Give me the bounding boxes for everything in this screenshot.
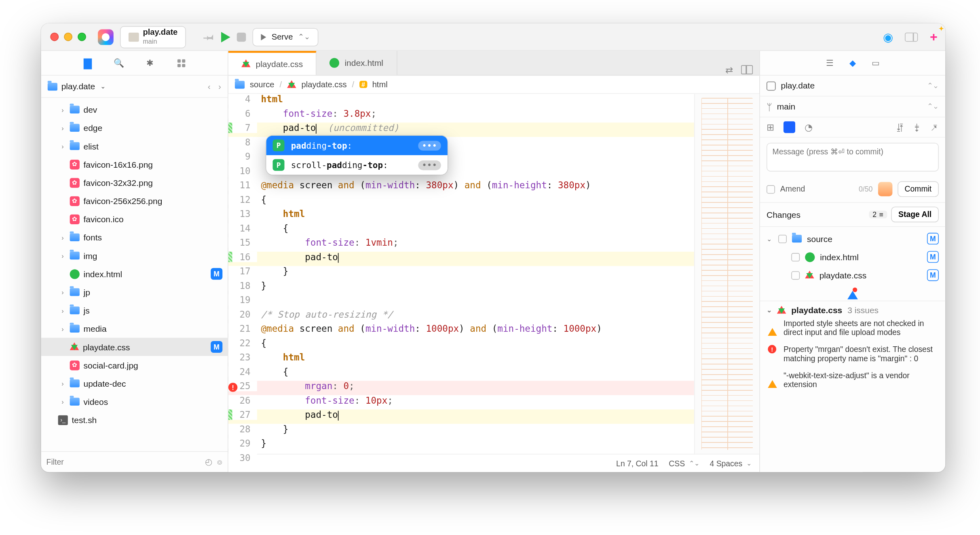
- bookmark-tab-icon[interactable]: ✱: [144, 57, 156, 69]
- code-line[interactable]: 28 }: [228, 424, 694, 438]
- filter-settings-icon[interactable]: ⌾: [217, 457, 222, 467]
- code-line[interactable]: 16 pad-to: [228, 252, 694, 266]
- editor-breadcrumb[interactable]: source / playdate.css / # html: [228, 76, 759, 94]
- file-tree[interactable]: ›dev›edge›elist✿favicon-16x16.png✿favico…: [41, 98, 228, 451]
- code-line[interactable]: 13 html: [228, 209, 694, 223]
- maximize-window-button[interactable]: [78, 33, 86, 41]
- fetch-icon[interactable]: ⭽: [912, 122, 922, 133]
- project-header[interactable]: play.date ⌄ ‹ ›: [41, 76, 228, 98]
- file-tree-item[interactable]: ›update-dec: [41, 374, 228, 392]
- stopwatch-icon[interactable]: ◔: [805, 122, 812, 133]
- graph-icon[interactable]: ⊞: [767, 122, 774, 133]
- autocomplete-item[interactable]: Ppadding-top:•••: [266, 136, 448, 155]
- file-tree-item[interactable]: ✿favicon.ico: [41, 210, 228, 228]
- code-line[interactable]: 6 font-size: 3.8px;: [228, 108, 694, 122]
- vcs-icon[interactable]: ◆: [849, 58, 856, 68]
- file-tree-item[interactable]: ✿social-card.jpg: [41, 356, 228, 374]
- file-tree-item[interactable]: ›fonts: [41, 228, 228, 246]
- code-line[interactable]: 30: [228, 453, 694, 467]
- stage-checkbox[interactable]: [778, 234, 787, 243]
- code-line[interactable]: 23 html: [228, 352, 694, 366]
- code-line[interactable]: 19: [228, 295, 694, 309]
- change-row[interactable]: ⌄sourceM: [760, 230, 945, 248]
- editor-tab[interactable]: playdate.css: [228, 51, 317, 75]
- terminal-icon[interactable]: ▭: [872, 58, 879, 68]
- code-line[interactable]: 27 pad-to: [228, 409, 694, 423]
- run-config-select[interactable]: Serve ⌃⌄: [253, 28, 318, 46]
- file-tree-item[interactable]: ›videos: [41, 392, 228, 411]
- change-row[interactable]: playdate.cssM: [760, 266, 945, 284]
- issue-row[interactable]: "-webkit-text-size-adjust" is a vendor e…: [767, 367, 939, 393]
- file-tree-item[interactable]: ›js: [41, 301, 228, 319]
- stage-all-button[interactable]: Stage All: [891, 207, 939, 223]
- code-area[interactable]: 4html6 font-size: 3.8px;7 pad-to (uncomm…: [228, 94, 694, 454]
- file-tree-item[interactable]: ›img: [41, 246, 228, 265]
- history-icon[interactable]: ◴: [205, 457, 212, 467]
- amend-checkbox[interactable]: [767, 185, 775, 193]
- code-line[interactable]: 29}: [228, 438, 694, 452]
- code-line[interactable]: 24 {: [228, 366, 694, 381]
- diff-icon[interactable]: ⇄: [725, 65, 733, 75]
- nav-fwd-icon[interactable]: ›: [218, 82, 221, 91]
- code-line[interactable]: 20/* Stop auto-resizing */: [228, 309, 694, 323]
- nav-back-icon[interactable]: ‹: [208, 82, 211, 91]
- code-line[interactable]: 17 }: [228, 266, 694, 280]
- code-line[interactable]: 12{: [228, 194, 694, 209]
- code-line[interactable]: 21@media screen and (min-width: 1000px) …: [228, 323, 694, 337]
- editor-tab[interactable]: index.html: [317, 51, 397, 75]
- indent-select[interactable]: 4 Spaces⌄: [710, 459, 752, 468]
- file-tree-item[interactable]: playdate.cssM: [41, 338, 228, 356]
- autocomplete-popup[interactable]: Ppadding-top:•••Pscroll-padding-top:•••: [266, 136, 448, 175]
- titlebar-project-crumb[interactable]: play.date main: [120, 26, 186, 48]
- stop-button[interactable]: [237, 32, 246, 42]
- file-tree-item[interactable]: ›_test.sh: [41, 411, 228, 429]
- code-line[interactable]: 18}: [228, 280, 694, 295]
- file-tree-item[interactable]: ✿favicon-256x256.png: [41, 192, 228, 210]
- change-row[interactable]: index.htmlM: [760, 248, 945, 266]
- repo-select[interactable]: play.date ⌃⌄: [760, 76, 945, 97]
- preview-icon[interactable]: ◉: [883, 29, 893, 44]
- run-button[interactable]: [221, 32, 230, 42]
- code-line[interactable]: 11@media screen and (min-width: 380px) a…: [228, 180, 694, 194]
- close-window-button[interactable]: [50, 33, 59, 41]
- push-icon[interactable]: ⭷: [929, 122, 939, 133]
- minimize-window-button[interactable]: [64, 33, 72, 41]
- issue-row[interactable]: Imported style sheets are not checked in…: [767, 315, 939, 341]
- file-tree-item[interactable]: ›media: [41, 320, 228, 338]
- code-line[interactable]: 22{: [228, 338, 694, 352]
- file-tree-item[interactable]: ›elist: [41, 137, 228, 155]
- code-line[interactable]: 4html: [228, 94, 694, 108]
- stage-checkbox[interactable]: [791, 253, 800, 261]
- pin-icon[interactable]: [202, 29, 217, 44]
- code-line[interactable]: !25 mrgan: 0;: [228, 381, 694, 395]
- stage-icon[interactable]: [784, 121, 795, 133]
- project-tab-icon[interactable]: ▇: [82, 57, 93, 69]
- file-tree-item[interactable]: ›jp: [41, 283, 228, 301]
- code-line[interactable]: 26 font-size: 10px;: [228, 395, 694, 409]
- code-line[interactable]: 7 pad-to (uncommitted): [228, 122, 694, 137]
- issue-row[interactable]: !Property "mrgan" doesn't exist. The clo…: [767, 341, 939, 367]
- minimap[interactable]: [694, 94, 759, 454]
- stage-checkbox[interactable]: [791, 271, 800, 279]
- autocomplete-item[interactable]: Pscroll-padding-top:•••: [266, 155, 448, 175]
- file-tree-item[interactable]: ✿favicon-32x32.png: [41, 173, 228, 192]
- file-tree-item[interactable]: ›dev: [41, 100, 228, 118]
- code-line[interactable]: 14 {: [228, 223, 694, 237]
- commit-button[interactable]: Commit: [898, 181, 939, 197]
- ai-plus-button[interactable]: +: [930, 29, 938, 44]
- align-icon[interactable]: ☰: [826, 58, 834, 68]
- file-tree-item[interactable]: index.htmlM: [41, 265, 228, 283]
- commit-message-input[interactable]: [767, 143, 939, 171]
- search-tab-icon[interactable]: 🔍: [113, 57, 125, 69]
- split-icon[interactable]: [741, 65, 753, 74]
- panel-toggle-icon[interactable]: [905, 32, 918, 42]
- pull-icon[interactable]: ⭿: [896, 122, 905, 133]
- structure-tab-icon[interactable]: [175, 57, 187, 69]
- file-tree-item[interactable]: ✿favicon-16x16.png: [41, 155, 228, 173]
- branch-select[interactable]: ᛘ main ⌃⌄: [760, 97, 945, 118]
- code-line[interactable]: 15 font-size: 1vmin;: [228, 237, 694, 251]
- filter-input[interactable]: [46, 457, 200, 467]
- file-tree-item[interactable]: ›edge: [41, 119, 228, 137]
- issues-header[interactable]: ⌄ playdate.css 3 issues: [767, 305, 939, 315]
- author-avatar[interactable]: [878, 182, 892, 196]
